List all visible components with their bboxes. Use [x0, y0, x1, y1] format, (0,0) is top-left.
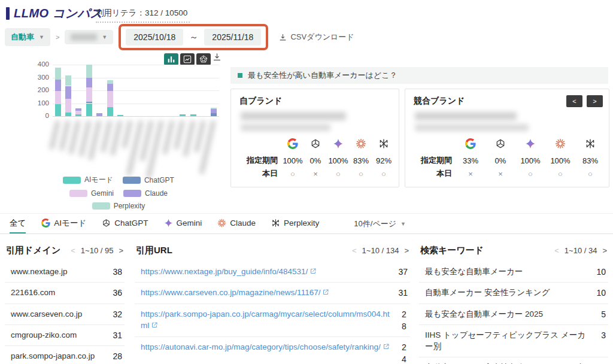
table-row: https://park.sompo-japan.co.jp/carmag/my… — [135, 304, 410, 338]
radar-chart-button[interactable] — [196, 53, 211, 65]
keyword-count: 5 — [594, 308, 606, 320]
legend-swatch — [63, 177, 81, 184]
tab-chatgpt[interactable]: ChatGPT — [102, 214, 148, 233]
radar-chart-icon — [199, 54, 208, 64]
bar-segment — [107, 80, 113, 84]
app-title: LLMO コンパス — [14, 5, 103, 22]
bar-segment — [107, 107, 113, 116]
table-row: https://autonavi.car-mo.jp/mag/category/… — [135, 337, 410, 364]
table-row: www.carseven.co.jp32 — [5, 304, 125, 325]
chart-legend: AIモードChatGPTGeminiClaudePerplexity — [42, 175, 195, 210]
tab-gemini[interactable]: Gemini — [164, 214, 202, 233]
keyword-count: 3 — [594, 329, 606, 341]
keyword-text: 自動車メーカー 安全性ランキング — [425, 287, 585, 299]
bar-segment — [55, 91, 61, 104]
page-size-dropdown[interactable]: 10件/ページ ▼ — [354, 214, 406, 233]
cited-url-link[interactable]: https://park.sompo-japan.co.jp/carmag/my… — [141, 310, 390, 330]
citation-count: 24 — [402, 341, 408, 364]
keyword-text: 最も安全な自動車メーカー — [425, 266, 585, 278]
today-row-label: 本日 — [410, 168, 456, 179]
gridline — [53, 104, 219, 104]
pagination-next-button[interactable]: > — [119, 246, 123, 255]
perplexity-icon — [575, 136, 605, 153]
period-value: 0% — [485, 156, 515, 165]
period-value: 100% — [545, 156, 575, 165]
x-axis-label-blurred — [100, 120, 112, 153]
legend-swatch — [69, 190, 87, 197]
period-value: 100% — [327, 156, 350, 165]
tab-label: Claude — [230, 219, 256, 228]
bar-segment — [55, 80, 61, 91]
table-row: 最も安全な自動車メーカー10 — [419, 262, 608, 283]
cited-url-link[interactable]: https://www.carseven.co.jp/magazine/news… — [141, 288, 320, 297]
bar-segment — [107, 91, 113, 107]
download-icon — [212, 52, 222, 62]
today-mark: × — [485, 169, 515, 178]
today-mark: ○ — [281, 169, 304, 178]
pagination-next-button[interactable]: > — [404, 246, 409, 255]
legend-label: Gemini — [91, 189, 114, 198]
cited-url-link[interactable]: https://autonavi.car-mo.jp/mag/category/… — [141, 342, 381, 351]
pagination-prev-button[interactable]: < — [71, 246, 75, 255]
claude-icon — [545, 136, 575, 153]
date-from-input[interactable]: 2025/10/18 — [126, 29, 183, 46]
today-mark: × — [456, 169, 485, 178]
period-row-label: 指定期間 — [236, 155, 281, 166]
x-axis-label-blurred — [110, 120, 122, 156]
category-dropdown[interactable]: 自動車 ▼ — [5, 28, 50, 46]
bar-segment — [86, 102, 92, 103]
x-axis-label-blurred — [49, 120, 60, 150]
next-competitor-button[interactable]: > — [587, 95, 603, 107]
legend-item: Claude — [123, 189, 168, 198]
citation-count: 28 — [110, 350, 122, 362]
chart-download-button[interactable] — [212, 52, 222, 65]
own-brand-title: 自ブランド — [239, 96, 282, 107]
tab-perplexity[interactable]: Perplexity — [271, 214, 319, 233]
gridline — [53, 78, 219, 78]
gemini-icon — [327, 136, 350, 153]
bar-segment — [86, 65, 92, 78]
legend-item: Perplexity — [92, 202, 145, 210]
bar-segment — [75, 111, 81, 114]
google-icon — [281, 136, 304, 153]
redacted-brand-name — [241, 112, 346, 120]
table-title: 引用ドメイン — [6, 245, 60, 256]
table-row: https://www.carseven.co.jp/magazine/news… — [135, 283, 410, 304]
pagination-prev-button[interactable]: < — [554, 246, 559, 255]
external-link-icon — [322, 289, 329, 296]
date-range-highlight: 2025/10/18 ～ 2025/11/18 — [119, 24, 268, 50]
claude-icon — [350, 136, 372, 153]
pagination-prev-button[interactable]: < — [352, 246, 357, 255]
prev-competitor-button[interactable]: < — [566, 95, 582, 107]
external-link-icon — [309, 268, 317, 275]
y-axis-tick: 0 — [28, 112, 49, 119]
bar-chart-button[interactable] — [164, 53, 178, 65]
tab-all[interactable]: 全て — [10, 214, 26, 233]
competitor-brand-title: 競合ブランド — [414, 96, 465, 107]
redacted-brand-name — [415, 112, 517, 120]
csv-download-button[interactable]: CSVダウンロード — [278, 32, 354, 43]
redacted-brand-subname — [241, 124, 330, 131]
pagination-next-button[interactable]: > — [602, 246, 607, 255]
domain-name: cmgroup-ziko.com — [11, 329, 102, 341]
bar-segment — [86, 104, 92, 117]
citation-count: 32 — [110, 308, 122, 320]
brand-dropdown[interactable]: ▼ — [65, 30, 113, 44]
external-link-icon — [383, 343, 390, 350]
chevron-down-icon: ▼ — [102, 34, 107, 40]
gemini-icon — [164, 219, 173, 228]
breadcrumb-separator: > — [56, 34, 59, 41]
logo-bar — [6, 7, 10, 20]
pagination-range: 1~10 / 134 — [362, 246, 399, 255]
chatgpt-icon — [485, 136, 515, 153]
line-chart-button[interactable] — [180, 53, 195, 65]
x-axis-label-blurred — [174, 120, 185, 150]
date-to-input[interactable]: 2025/11/18 — [204, 29, 261, 46]
tab-ai-mode[interactable]: AIモード — [41, 214, 86, 233]
today-mark: ○ — [515, 169, 545, 178]
domain-name: park.sompo-japan.co.jp — [11, 350, 102, 362]
cited-url-link[interactable]: https://www.nextage.jp/buy_guide/info/48… — [141, 267, 308, 276]
tab-claude[interactable]: Claude — [217, 214, 256, 233]
download-icon — [278, 33, 287, 42]
legend-swatch — [123, 190, 141, 197]
